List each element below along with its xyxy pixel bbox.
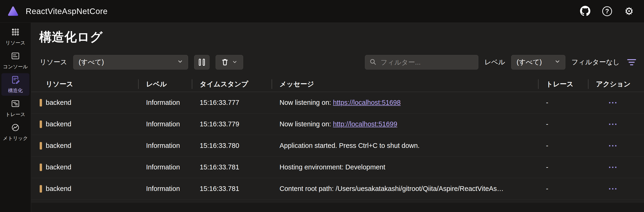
message-cell: Hosting environment: Development — [272, 163, 538, 171]
github-icon — [580, 6, 590, 17]
trace-cell: - — [538, 185, 588, 192]
resource-select-value: (すべて) — [79, 58, 104, 67]
sidebar-item-metrics[interactable]: メトリック — [2, 121, 30, 143]
row-actions-button[interactable] — [607, 100, 619, 106]
filter-button[interactable] — [626, 58, 638, 67]
gear-icon: ⚙ — [624, 6, 634, 16]
trace-cell: - — [538, 163, 588, 171]
brand: ReactViteAspNetCore — [8, 6, 108, 17]
trace-cell: - — [538, 142, 588, 150]
sidebar-item-label: トレース — [5, 111, 25, 118]
filter-search — [365, 55, 478, 69]
pause-icon — [199, 59, 201, 66]
resource-color-bar — [40, 99, 42, 107]
trash-icon — [221, 58, 229, 66]
resource-select[interactable]: (すべて) — [73, 55, 188, 69]
page-title: 構造化ログ — [39, 29, 644, 46]
clear-logs-button[interactable] — [216, 55, 243, 69]
level-cell: Information — [138, 99, 192, 107]
no-filters-label: フィルターなし — [572, 58, 620, 67]
filter-icon — [627, 59, 636, 60]
table-row[interactable]: backend Information 15:16:33.777 Now lis… — [31, 92, 644, 114]
pause-button[interactable] — [194, 55, 210, 69]
level-select[interactable]: (すべて) — [511, 55, 565, 69]
column-header-level: レベル — [138, 76, 192, 92]
resource-cell: backend — [31, 99, 138, 107]
message-cell: Content root path: /Users/uesakatakashi/… — [272, 185, 538, 192]
row-actions-button[interactable] — [607, 143, 619, 149]
topbar-actions: ? ⚙ — [580, 6, 635, 17]
resource-color-bar — [40, 121, 42, 128]
actions-cell — [588, 121, 644, 127]
log-message-link[interactable]: http://localhost:51699 — [333, 120, 397, 128]
sidebar-item-resources[interactable]: リソース — [2, 26, 30, 48]
column-header-trace: トレース — [538, 76, 588, 92]
trace-cell: - — [538, 120, 588, 128]
column-header-timestamp: タイムスタンプ — [192, 76, 272, 92]
structured-logs-icon — [11, 75, 20, 85]
level-cell: Information — [138, 120, 192, 128]
timestamp-cell: 15:16:33.781 — [192, 163, 272, 171]
table-row[interactable]: backend Information 15:16:33.781 Content… — [31, 178, 644, 200]
timestamp-cell: 15:16:33.781 — [192, 185, 272, 192]
more-horizontal-icon — [609, 124, 610, 125]
actions-cell — [588, 143, 644, 149]
actions-cell — [588, 186, 644, 192]
resource-label: リソース — [40, 58, 67, 67]
column-header-resource: リソース — [31, 76, 138, 92]
row-actions-button[interactable] — [607, 186, 619, 192]
row-actions-button[interactable] — [607, 164, 619, 170]
resource-color-bar — [40, 185, 42, 192]
help-button[interactable]: ? — [602, 6, 613, 17]
sidebar-item-console[interactable]: コンソール — [2, 49, 30, 72]
sidebar-item-traces[interactable]: トレース — [2, 97, 30, 120]
settings-button[interactable]: ⚙ — [624, 6, 635, 17]
message-cell: Now listening on: http://localhost:51699 — [272, 120, 538, 128]
level-select-value: (すべて) — [516, 58, 542, 67]
chevron-down-icon — [177, 58, 183, 66]
more-horizontal-icon — [609, 145, 610, 147]
message-cell: Now listening on: https://localhost:5169… — [272, 99, 538, 107]
resource-color-bar — [40, 142, 42, 150]
level-label: レベル — [484, 58, 505, 67]
actions-cell — [588, 100, 644, 106]
table-row[interactable]: backend Information 15:16:33.780 Applica… — [31, 135, 644, 157]
logs-toolbar: リソース (すべて) — [40, 55, 638, 69]
metrics-icon — [11, 123, 20, 133]
more-horizontal-icon — [609, 167, 610, 168]
resource-cell: backend — [31, 163, 138, 171]
console-icon — [11, 51, 20, 61]
more-horizontal-icon — [609, 188, 610, 189]
table-header-row: リソース レベル タイムスタンプ メッセージ トレース アクション — [31, 76, 644, 92]
more-horizontal-icon — [609, 102, 610, 103]
timestamp-cell: 15:16:33.780 — [192, 142, 272, 150]
resource-cell: backend — [31, 142, 138, 150]
table-row[interactable]: backend Information 15:16:33.779 Now lis… — [31, 114, 644, 135]
filter-search-input[interactable] — [380, 58, 474, 66]
message-cell: Application started. Press Ctrl+C to shu… — [272, 142, 538, 150]
search-icon — [369, 58, 376, 66]
column-header-message: メッセージ — [272, 76, 538, 92]
row-actions-button[interactable] — [607, 121, 619, 127]
top-bar: ReactViteAspNetCore ? ⚙ — [0, 0, 644, 23]
structured-logs-table: リソース レベル タイムスタンプ メッセージ トレース アクション backen… — [31, 76, 644, 200]
chevron-down-icon — [554, 58, 560, 66]
actions-cell — [588, 164, 644, 170]
level-cell: Information — [138, 163, 192, 171]
sidebar-item-label: リソース — [5, 40, 25, 46]
resource-color-bar — [40, 164, 42, 171]
github-button[interactable] — [580, 6, 591, 17]
help-icon: ? — [602, 6, 612, 16]
resource-cell: backend — [31, 120, 138, 128]
table-row[interactable]: backend Information 15:16:33.781 Hosting… — [31, 157, 644, 178]
timestamp-cell: 15:16:33.779 — [192, 120, 272, 128]
sidebar-item-label: 構造化 — [8, 87, 23, 94]
resources-icon — [11, 28, 20, 37]
sidebar-item-structured-logs[interactable]: 構造化 — [2, 73, 30, 96]
app-title: ReactViteAspNetCore — [26, 7, 108, 16]
chevron-down-icon — [232, 59, 238, 65]
sidebar-item-label: コンソール — [3, 63, 28, 70]
column-header-actions: アクション — [588, 76, 644, 92]
log-message-link[interactable]: https://localhost:51698 — [333, 99, 401, 106]
sidebar-item-label: メトリック — [3, 135, 28, 142]
